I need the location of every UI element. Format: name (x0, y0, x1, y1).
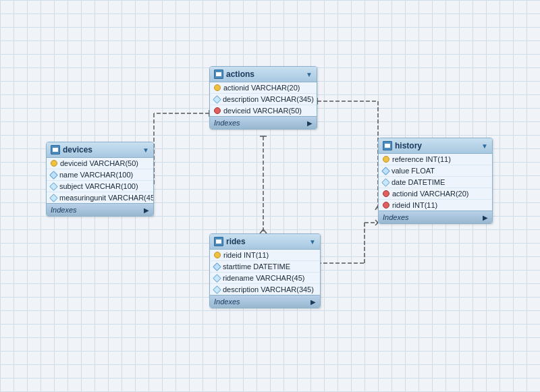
table-devices-header: devices ▼ (47, 142, 153, 158)
diamond-icon (213, 274, 221, 283)
table-history-header: history ▼ (379, 138, 492, 154)
table-actions-header: actions ▼ (210, 67, 317, 82)
key-red-icon (214, 107, 221, 114)
diamond-icon (49, 194, 58, 202)
field-deviceid: deviceid VARCHAR(50) (223, 107, 302, 115)
table-row: rideid INT(11) (379, 200, 492, 211)
table-row: description VARCHAR(345) (210, 94, 317, 105)
key-icon (214, 252, 221, 258)
footer-label: Indexes (383, 213, 409, 221)
table-rides-footer: Indexes ▶ (210, 295, 320, 308)
field-measuringunit: measuringunit VARCHAR(45) (59, 194, 153, 202)
table-icon-devices (51, 145, 60, 155)
field-starttime: starttime DATETIME (223, 262, 290, 271)
table-history: history ▼ reference INT(11) value FLOAT … (378, 138, 493, 224)
table-history-footer: Indexes ▶ (379, 211, 492, 223)
footer-label: Indexes (214, 119, 240, 127)
footer-arrow-icon: ▶ (144, 206, 149, 214)
table-devices-footer: Indexes ▶ (47, 203, 153, 216)
table-row: reference INT(11) (379, 154, 492, 165)
footer-arrow-icon: ▶ (310, 298, 316, 306)
diamond-icon (49, 182, 58, 191)
table-row: name VARCHAR(100) (47, 169, 153, 181)
table-rides-body: rideid INT(11) starttime DATETIME ridena… (210, 250, 320, 295)
key-icon (383, 156, 389, 163)
key-icon (51, 160, 57, 167)
table-row: measuringunit VARCHAR(45) (47, 192, 153, 203)
key-icon (214, 84, 221, 91)
field-ridename: ridename VARCHAR(45) (223, 274, 304, 282)
field-subject: subject VARCHAR(100) (59, 182, 138, 190)
table-row: deviceid VARCHAR(50) (210, 105, 317, 116)
field-actionid: actionid VARCHAR(20) (392, 190, 469, 198)
diamond-icon (213, 285, 221, 294)
footer-label: Indexes (51, 206, 77, 214)
footer-arrow-icon: ▶ (483, 214, 488, 221)
chevron-down-icon: ▼ (306, 71, 313, 78)
field-reference: reference INT(11) (392, 155, 451, 163)
table-row: value FLOAT (379, 165, 492, 177)
field-rideid: rideid INT(11) (223, 251, 269, 259)
table-row: actionid VARCHAR(20) (379, 188, 492, 200)
table-actions-name: actions (226, 69, 254, 79)
chevron-down-icon: ▼ (142, 146, 149, 154)
table-row: subject VARCHAR(100) (47, 181, 153, 192)
field-actionid: actionid VARCHAR(20) (223, 84, 300, 92)
table-row: actionid VARCHAR(20) (210, 82, 317, 94)
table-actions-footer: Indexes ▶ (210, 116, 317, 129)
table-rides: rides ▼ rideid INT(11) starttime DATETIM… (209, 233, 321, 308)
table-row: description VARCHAR(345) (210, 284, 320, 295)
table-actions-body: actionid VARCHAR(20) description VARCHAR… (210, 82, 317, 116)
field-rideid: rideid INT(11) (392, 201, 437, 209)
field-name: name VARCHAR(100) (59, 171, 133, 179)
table-row: deviceid VARCHAR(50) (47, 158, 153, 169)
table-icon-rides (214, 237, 223, 246)
table-row: rideid INT(11) (210, 250, 320, 261)
table-actions: actions ▼ actionid VARCHAR(20) descripti… (209, 66, 317, 130)
svg-line-14 (375, 223, 378, 225)
diamond-blue-icon (49, 171, 58, 179)
table-history-name: history (395, 141, 422, 150)
table-devices-name: devices (63, 145, 92, 155)
table-icon-actions (214, 69, 223, 79)
field-value: value FLOAT (392, 167, 435, 175)
table-rides-name: rides (226, 237, 246, 246)
table-rides-header: rides ▼ (210, 234, 320, 250)
table-history-body: reference INT(11) value FLOAT date DATET… (379, 154, 492, 211)
field-date: date DATETIME (392, 178, 445, 186)
chevron-down-icon: ▼ (309, 238, 316, 246)
field-description: description VARCHAR(345) (223, 95, 314, 103)
key-red-icon (383, 202, 389, 208)
footer-arrow-icon: ▶ (307, 119, 313, 127)
table-row: starttime DATETIME (210, 261, 320, 273)
chevron-down-icon: ▼ (481, 142, 488, 150)
diamond-blue-icon (213, 262, 221, 271)
table-row: date DATETIME (379, 177, 492, 188)
field-description: description VARCHAR(345) (223, 285, 314, 293)
diamond-icon (381, 178, 390, 187)
table-devices: devices ▼ deviceid VARCHAR(50) name VARC… (46, 142, 154, 217)
table-devices-body: deviceid VARCHAR(50) name VARCHAR(100) s… (47, 158, 153, 203)
key-red-icon (383, 190, 389, 197)
table-icon-history (383, 141, 392, 150)
field-deviceid: deviceid VARCHAR(50) (60, 159, 138, 167)
footer-label: Indexes (214, 298, 240, 306)
table-row: ridename VARCHAR(45) (210, 273, 320, 284)
diamond-icon (213, 95, 221, 104)
diamond-blue-icon (381, 167, 390, 175)
